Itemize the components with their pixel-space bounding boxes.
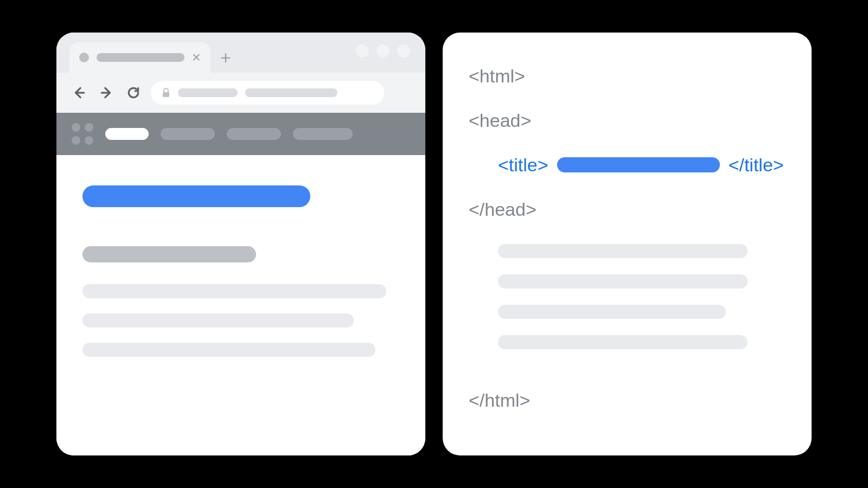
code-panel: <html> <head> <title> </title> </head> <… bbox=[443, 33, 812, 455]
address-bar[interactable] bbox=[151, 81, 384, 105]
page-title-placeholder bbox=[82, 185, 310, 207]
code-body-line bbox=[498, 244, 748, 258]
tag-title-close: </title> bbox=[729, 155, 784, 176]
browser-window: × + bbox=[56, 33, 425, 455]
page-body bbox=[56, 155, 425, 455]
close-tab-icon[interactable]: × bbox=[192, 50, 201, 65]
nav-item[interactable] bbox=[227, 128, 281, 140]
site-header bbox=[56, 113, 425, 155]
back-button[interactable] bbox=[69, 83, 89, 102]
window-minimize-icon[interactable] bbox=[356, 44, 369, 57]
arrow-right-icon bbox=[99, 86, 113, 100]
code-line: </html> bbox=[469, 387, 786, 413]
tag-head-close: </head> bbox=[469, 199, 537, 220]
title-content-placeholder bbox=[557, 157, 720, 172]
code-body-line bbox=[498, 274, 748, 288]
code-line: <html> bbox=[469, 63, 786, 89]
app-grid-icon[interactable] bbox=[72, 123, 93, 145]
new-tab-button[interactable]: + bbox=[210, 42, 241, 73]
code-body-line bbox=[498, 335, 748, 349]
reload-button[interactable] bbox=[124, 83, 143, 102]
window-maximize-icon[interactable] bbox=[376, 44, 390, 57]
forward-button[interactable] bbox=[97, 83, 116, 102]
code-line: <head> bbox=[469, 107, 786, 133]
text-line-placeholder bbox=[82, 313, 354, 328]
svg-rect-0 bbox=[163, 92, 169, 97]
tag-html-close: </html> bbox=[469, 390, 530, 411]
tag-html-open: <html> bbox=[469, 66, 525, 87]
tab-title-placeholder bbox=[97, 53, 184, 62]
code-body-placeholder bbox=[469, 244, 786, 365]
window-close-icon[interactable] bbox=[397, 44, 410, 57]
tab-strip: × + bbox=[56, 33, 425, 73]
lock-icon bbox=[162, 88, 170, 98]
tag-title-open: <title> bbox=[498, 155, 548, 176]
arrow-left-icon bbox=[72, 86, 86, 100]
page-subtitle-placeholder bbox=[82, 246, 256, 262]
browser-toolbar bbox=[56, 73, 425, 113]
code-line: </head> bbox=[469, 196, 786, 222]
window-controls bbox=[356, 44, 410, 57]
text-line-placeholder bbox=[82, 343, 375, 357]
url-segment bbox=[245, 88, 337, 97]
code-body-line bbox=[498, 305, 726, 319]
code-line-title: <title> </title> bbox=[469, 152, 786, 178]
nav-item[interactable] bbox=[161, 128, 215, 140]
browser-tab[interactable]: × bbox=[69, 42, 210, 73]
tag-head-open: <head> bbox=[469, 110, 531, 131]
nav-item-active[interactable] bbox=[105, 128, 149, 140]
nav-item[interactable] bbox=[293, 128, 353, 140]
text-line-placeholder bbox=[82, 284, 386, 298]
url-segment bbox=[178, 88, 238, 97]
favicon-icon bbox=[79, 53, 89, 62]
reload-icon bbox=[126, 86, 141, 100]
